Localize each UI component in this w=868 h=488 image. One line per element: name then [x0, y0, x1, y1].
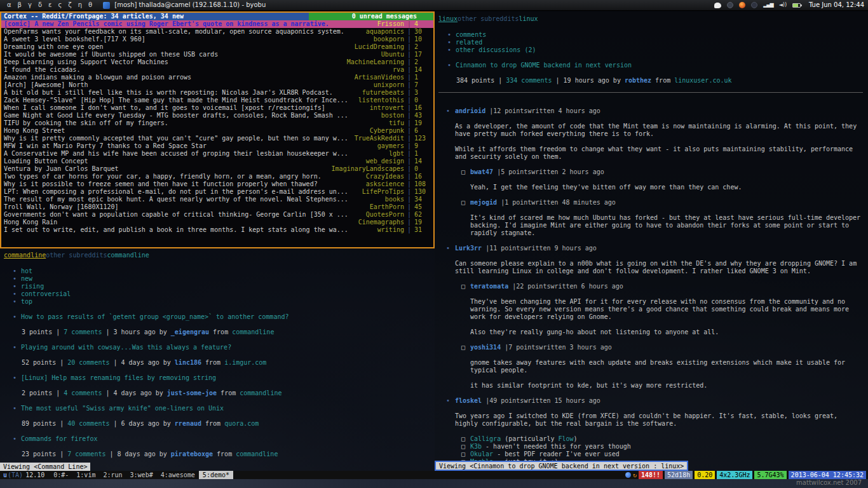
workspace-tag[interactable]: ς: [55, 1, 65, 9]
comment-bullet-icon: •: [446, 245, 450, 252]
post-source[interactable]: quora.com: [224, 420, 259, 427]
post-author[interactable]: rrenaud: [175, 420, 201, 427]
post-comments-link[interactable]: 7 comments: [64, 329, 102, 336]
comment-author[interactable]: teratomata: [470, 283, 508, 290]
article-row[interactable]: Zack Hemsey-"Slave" [Hip Hop] The same g…: [1, 97, 433, 104]
article-row[interactable]: Troll Wall, Norway [1680X1120] EarthPorn…: [1, 203, 433, 211]
article-row[interactable]: When I call someone I don't want to, and…: [1, 104, 433, 112]
post-author[interactable]: pirateboxge: [171, 451, 213, 458]
article-row[interactable]: Why is it pretty commonly accepted that …: [1, 135, 433, 142]
media-icon[interactable]: [751, 2, 757, 8]
tab-other-subreddits[interactable]: other subreddits: [46, 252, 107, 259]
article-row[interactable]: [comic] A new Zen Pencils comic using Ro…: [1, 20, 433, 28]
post-author[interactable]: linc186: [175, 359, 201, 366]
firefox-icon[interactable]: [739, 2, 745, 8]
post-title[interactable]: Cinnamon to drop GNOME backend in next v…: [456, 62, 632, 69]
post-comments-link[interactable]: 40 comments: [67, 420, 109, 427]
view-link[interactable]: related: [456, 39, 482, 46]
tab-subreddit[interactable]: commandline: [107, 252, 149, 259]
post-title[interactable]: Commands for firefox: [21, 435, 97, 442]
sort-link[interactable]: controversial: [21, 290, 71, 297]
workspace-tag[interactable]: δ: [35, 1, 45, 9]
tmux-window-tab[interactable]: 3:web#: [126, 471, 157, 479]
tmux-window-tab[interactable]: 2:run: [99, 471, 126, 479]
article-row[interactable]: OpenFarms wants your feedback on its sma…: [1, 28, 433, 36]
post-source[interactable]: i.imgur.com: [224, 359, 266, 366]
article-row[interactable]: A sweet 3 level bookshelf.[717 X 960] bo…: [1, 36, 433, 43]
article-row[interactable]: Game Night at Good Life every Tuesday - …: [1, 112, 433, 119]
workspace-tag[interactable]: α: [4, 1, 15, 9]
post-source[interactable]: linuxuser.co.uk: [674, 77, 731, 84]
workspace-tag[interactable]: θ: [85, 1, 95, 9]
tab-subreddit[interactable]: linux: [519, 15, 538, 22]
view-link[interactable]: other discussions (2): [456, 46, 536, 53]
post-source[interactable]: commandline: [236, 451, 278, 458]
post-comments-link[interactable]: 4 comments: [64, 390, 102, 396]
article-row[interactable]: Deep Learning using Support Vector Machi…: [1, 58, 433, 66]
post-title[interactable]: [Linux] Help mass renaming files by remo…: [21, 374, 216, 381]
article-row[interactable]: A bit old but i still feel like this is …: [1, 89, 433, 97]
article-row[interactable]: Hong Kong Rain Cinemagraphs | 19: [1, 219, 433, 226]
app-text: K3b - haven't needed this for years thou…: [470, 443, 631, 450]
comment-author[interactable]: mejogid: [470, 199, 497, 206]
article-row[interactable]: I set out to write, edit, and publish a …: [1, 226, 433, 234]
article-subreddit: rva: [348, 66, 404, 74]
post-comments-link[interactable]: 7 comments: [67, 451, 105, 458]
volume-icon[interactable]: ◄)): [779, 1, 787, 9]
post-title[interactable]: Playing around with cowsay...Was this al…: [21, 344, 231, 351]
bullet-icon: •: [13, 374, 17, 381]
workspace-tag[interactable]: ε: [45, 1, 55, 9]
comment-author[interactable]: floskel: [455, 397, 482, 404]
article-row[interactable]: The result of my most epic book hunt. A …: [1, 196, 433, 203]
twitter-icon[interactable]: [714, 3, 721, 8]
tmux-window-tab[interactable]: 4:awesome: [157, 471, 199, 479]
article-row[interactable]: Hong Kong Street Cyberpunk | 6: [1, 127, 433, 135]
tmux-window-tab[interactable]: 0:#-: [50, 471, 72, 479]
article-row[interactable]: Ventura by Juan Carlos Barquet Imaginary…: [1, 165, 433, 173]
comment-author[interactable]: bwat47: [470, 168, 493, 175]
article-row[interactable]: Why is it possible to freeze semen and t…: [1, 180, 433, 188]
article-row[interactable]: Two types of car horns for your car, a h…: [1, 173, 433, 180]
sort-link[interactable]: hot: [21, 268, 32, 274]
article-row[interactable]: Amazon indians making a blowgun and pois…: [1, 74, 433, 81]
article-row[interactable]: Governments don't want a population capa…: [1, 211, 433, 219]
post-source[interactable]: commandline: [232, 329, 274, 336]
article-row[interactable]: I found the cicadas. rva | 14: [1, 66, 433, 74]
workspace-tag[interactable]: η: [75, 1, 85, 9]
tab-other-subreddits[interactable]: other subreddits: [458, 15, 519, 22]
post-title[interactable]: The most useful "Swiss army knife" one-l…: [21, 405, 224, 412]
article-row[interactable]: It would be awesome if Ubuntu shipped on…: [1, 51, 433, 58]
sort-link[interactable]: top: [21, 298, 32, 305]
comment-author[interactable]: yoshi314: [470, 344, 501, 351]
tmux-window-tab[interactable]: 5:demo*: [199, 471, 233, 479]
column-separator: |: [404, 135, 414, 142]
chat-icon[interactable]: [727, 2, 733, 8]
post-source[interactable]: commandline: [240, 390, 281, 396]
article-row[interactable]: A Conservative MP and his wife have been…: [1, 150, 433, 158]
tmux-window-tab[interactable]: 1:vim: [72, 471, 99, 479]
article-row[interactable]: Loading Button Concept web_design | 14: [1, 158, 433, 165]
sort-link[interactable]: rising: [21, 283, 44, 290]
workspace-tag[interactable]: γ: [25, 1, 35, 9]
post-title[interactable]: How to pass results of `getent group <gr…: [21, 313, 288, 320]
article-row[interactable]: LPT: When composing a professional e-mai…: [1, 188, 433, 196]
workspace-tag[interactable]: β: [15, 1, 25, 9]
wifi-icon[interactable]: ▂▄▆: [763, 1, 773, 9]
article-row[interactable]: [Arch] [Awesome] North unixporn | 7: [1, 81, 433, 89]
tab-current-subreddit[interactable]: linux: [438, 15, 458, 22]
post-author[interactable]: just-some-joe: [167, 390, 217, 396]
systray-icon[interactable]: [625, 472, 631, 478]
article-row[interactable]: TIFU by cooking the skin off of my finge…: [1, 119, 433, 127]
post-comments-link[interactable]: 20 comments: [67, 359, 109, 366]
comment-author[interactable]: andrioid: [455, 107, 485, 114]
post-author[interactable]: robthez: [625, 77, 651, 84]
post-author[interactable]: _eigengrau: [171, 329, 209, 336]
post-comments-link[interactable]: 334 comments: [506, 77, 552, 84]
sort-link[interactable]: new: [21, 275, 32, 282]
article-row[interactable]: MFW I win at Mario Party 7 thanks to a R…: [1, 142, 433, 150]
comment-author[interactable]: Lurk3rr: [455, 245, 482, 252]
workspace-tag[interactable]: ζ: [65, 1, 74, 9]
tab-current-subreddit[interactable]: commandline: [4, 252, 46, 259]
article-row[interactable]: Dreaming with one eye open LucidDreaming…: [1, 43, 433, 51]
view-link[interactable]: comments: [456, 31, 486, 38]
